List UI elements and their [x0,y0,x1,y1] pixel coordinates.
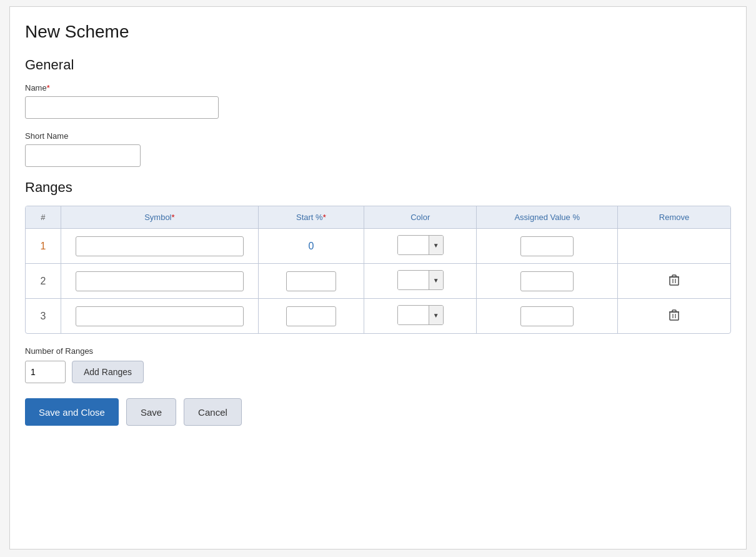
save-button[interactable]: Save [126,398,176,426]
col-header-start-pct: Start %* [258,206,364,229]
col-header-color: Color [364,206,476,229]
row-2-symbol-input[interactable] [76,271,244,291]
row-1-remove-cell [618,229,730,264]
row-3-assigned-cell [477,299,618,334]
row-1-color-dropdown-btn[interactable]: ▼ [429,236,443,254]
row-3-color-dropdown-btn[interactable]: ▼ [429,306,443,324]
trash-icon [669,274,679,286]
name-input[interactable] [25,96,219,119]
row-1-symbol-cell [61,229,258,264]
row-1-assigned-input[interactable] [520,236,574,256]
col-header-assigned-value: Assigned Value % [477,206,618,229]
number-of-ranges-controls: Add Ranges [25,361,731,383]
table-row: 2 ▼ [26,264,730,299]
table-row: 1 0 ▼ [26,229,730,264]
short-name-input[interactable] [25,144,141,167]
add-ranges-button[interactable]: Add Ranges [72,361,144,383]
row-2-color-dropdown-btn[interactable]: ▼ [429,271,443,289]
save-and-close-button[interactable]: Save and Close [25,398,119,426]
row-3-color-swatch[interactable] [398,306,429,324]
start-pct-required-star: * [323,213,326,222]
row-1-symbol-input[interactable] [76,236,244,256]
svg-rect-5 [670,312,679,320]
page-container: New Scheme General Name* Short Name Rang… [9,6,747,549]
row-3-remove-button[interactable] [667,307,682,326]
row-2-color-swatch[interactable] [398,271,429,289]
row-1-assigned-cell [477,229,618,264]
row-2-color-picker[interactable]: ▼ [397,270,444,290]
col-header-remove: Remove [618,206,730,229]
short-name-label: Short Name [25,131,731,141]
row-1-start-pct-static: 0 [308,241,314,251]
ranges-section: Ranges # Symbol* Start %* [25,179,731,383]
row-2-start-pct-cell [258,264,364,299]
footer-buttons: Save and Close Save Cancel [25,398,731,426]
row-3-symbol-input[interactable] [76,306,244,326]
ranges-table-wrapper: # Symbol* Start %* Color Assigned Value [25,206,731,334]
trash-icon [669,309,679,321]
row-1-color-picker[interactable]: ▼ [397,235,444,255]
cancel-button[interactable]: Cancel [184,398,242,426]
row-2-remove-cell [618,264,730,299]
row-1-color-swatch[interactable] [398,236,429,254]
row-2-symbol-cell [61,264,258,299]
row-3-color-picker[interactable]: ▼ [397,305,444,325]
row-2-number: 2 [26,264,61,299]
row-1-start-pct-cell: 0 [258,229,364,264]
ranges-number-input[interactable] [25,361,66,383]
name-form-group: Name* [25,83,731,119]
row-1-color-cell: ▼ [364,229,476,264]
ranges-section-title: Ranges [25,179,731,196]
number-of-ranges-section: Number of Ranges Add Ranges [25,346,731,383]
table-row: 3 ▼ [26,299,730,334]
short-name-form-group: Short Name [25,131,731,167]
ranges-table: # Symbol* Start %* Color Assigned Value [26,206,730,333]
row-2-remove-button[interactable] [667,272,682,291]
row-3-assigned-input[interactable] [520,306,574,326]
number-of-ranges-label: Number of Ranges [25,346,731,356]
row-3-color-cell: ▼ [364,299,476,334]
row-3-remove-cell [618,299,730,334]
row-3-start-pct-cell [258,299,364,334]
svg-rect-0 [670,277,679,285]
row-2-assigned-cell [477,264,618,299]
row-3-symbol-cell [61,299,258,334]
symbol-required-star: * [172,213,175,222]
row-2-color-cell: ▼ [364,264,476,299]
name-label: Name* [25,83,731,93]
col-header-symbol: Symbol* [61,206,258,229]
row-2-start-pct-input[interactable] [286,271,336,291]
name-required-star: * [47,83,50,93]
page-title: New Scheme [25,22,731,42]
row-1-number: 1 [26,229,61,264]
row-3-number: 3 [26,299,61,334]
row-3-start-pct-input[interactable] [286,306,336,326]
col-header-hash: # [26,206,61,229]
table-header-row: # Symbol* Start %* Color Assigned Value [26,206,730,229]
general-section-title: General [25,57,731,73]
row-2-assigned-input[interactable] [520,271,574,291]
